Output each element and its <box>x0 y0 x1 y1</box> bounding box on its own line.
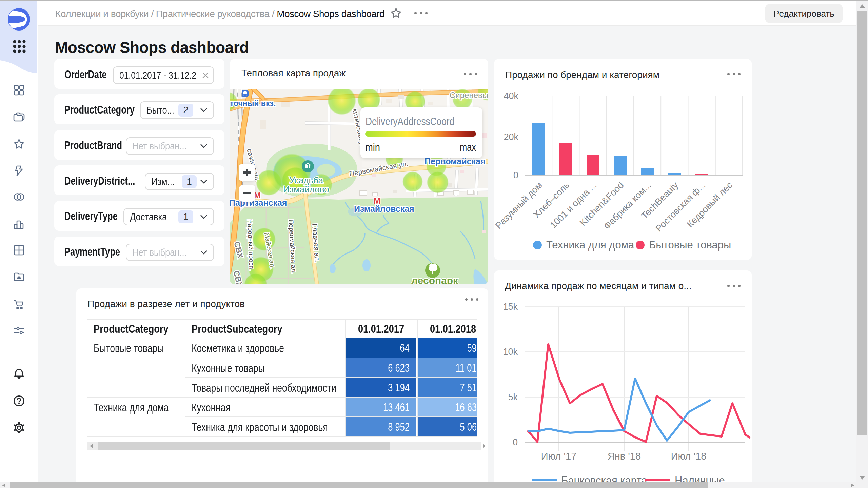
svg-text:Янв '18: Янв '18 <box>608 451 641 462</box>
svg-text:Измайлово: Измайлово <box>283 184 329 195</box>
svg-text:20k: 20k <box>504 132 518 142</box>
svg-text:Разумный дом: Разумный дом <box>494 180 544 231</box>
svg-text:Фабрика ком...: Фабрика ком... <box>602 180 653 231</box>
svg-text:Ростовская ф...: Ростовская ф... <box>654 180 708 234</box>
svg-text:Измайловская: Измайловская <box>354 204 414 214</box>
svg-text:Бытовые товары: Бытовые товары <box>649 239 731 251</box>
svg-text:Усадьба: Усадьба <box>289 175 323 185</box>
svg-text:Техника для дома: Техника для дома <box>546 239 634 251</box>
svg-text:0: 0 <box>513 170 518 180</box>
svg-text:40k: 40k <box>504 91 518 101</box>
svg-text:10k: 10k <box>503 347 518 357</box>
svg-text:min: min <box>365 141 380 153</box>
svg-text:max: max <box>460 141 476 153</box>
svg-text:М: М <box>374 196 380 205</box>
svg-text:0: 0 <box>513 437 518 447</box>
svg-text:точный вкз.: точный вкз. <box>230 99 276 108</box>
svg-text:Июл '18: Июл '18 <box>671 451 707 462</box>
svg-text:5k: 5k <box>508 392 518 402</box>
svg-text:Сиреневый б: Сиреневый б <box>450 90 488 100</box>
svg-text:Июл '17: Июл '17 <box>541 451 577 462</box>
svg-text:15k: 15k <box>503 302 518 312</box>
svg-text:1001 и одна ...: 1001 и одна ... <box>548 180 599 230</box>
svg-text:DeliveryAddressCoord: DeliveryAddressCoord <box>366 115 454 127</box>
